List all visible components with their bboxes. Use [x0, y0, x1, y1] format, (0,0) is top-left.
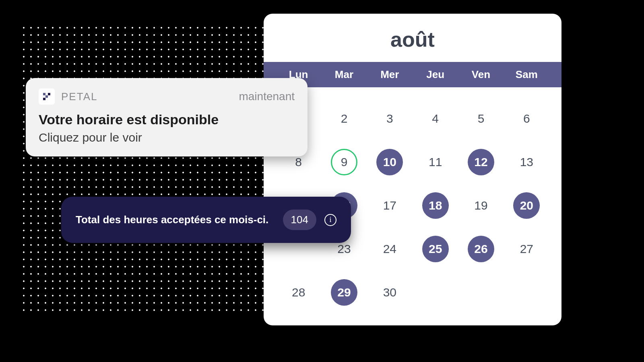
calendar-day-cell — [413, 278, 458, 307]
svg-rect-0 — [43, 93, 45, 95]
calendar-weekday: Sam — [504, 68, 549, 81]
calendar-day-selected[interactable]: 20 — [513, 192, 540, 219]
calendar-day[interactable]: 11 — [422, 149, 449, 175]
calendar-day-cell — [458, 278, 504, 307]
calendar-day[interactable]: 5 — [468, 105, 494, 132]
svg-rect-1 — [45, 95, 48, 98]
calendar-day-cell: 12 — [458, 148, 504, 177]
calendar-weekday: Mar — [321, 68, 367, 81]
calendar-day-selected[interactable]: 26 — [468, 236, 494, 262]
calendar-day[interactable]: 3 — [376, 105, 403, 132]
calendar-day-cell: 26 — [458, 234, 504, 263]
notification-timestamp: maintenant — [239, 90, 295, 103]
calendar-day-cell: 29 — [321, 278, 367, 307]
calendar-month-title: août — [264, 14, 561, 62]
notification-app-name: PETAL — [61, 90, 232, 103]
calendar-day-cell: 3 — [367, 104, 413, 133]
notification-header: PETAL maintenant — [39, 88, 295, 105]
calendar-day-cell: 9 — [321, 148, 367, 177]
calendar-card: août LunMarMerJeuVenSam 1234568910111213… — [264, 14, 561, 325]
notification-body: Cliquez pour le voir — [39, 131, 295, 144]
calendar-day-cell: 27 — [504, 234, 549, 263]
calendar-day[interactable]: 13 — [513, 149, 540, 175]
calendar-day[interactable]: 4 — [422, 105, 449, 132]
calendar-day-cell: 30 — [367, 278, 413, 307]
accepted-hours-summary: Total des heures acceptées ce mois-ci. 1… — [61, 197, 351, 243]
calendar-day-selected[interactable]: 10 — [376, 149, 403, 175]
calendar-day-cell: 18 — [413, 191, 458, 220]
calendar-day-cell — [504, 278, 549, 307]
calendar-day[interactable]: 19 — [468, 192, 494, 219]
calendar-day[interactable]: 28 — [285, 279, 312, 306]
petal-app-icon — [39, 88, 55, 105]
notification-title: Votre horaire est disponible — [39, 112, 295, 128]
calendar-day[interactable]: 27 — [513, 236, 540, 262]
calendar-weekday: Jeu — [413, 68, 458, 81]
calendar-day-today[interactable]: 9 — [331, 149, 357, 175]
calendar-day-cell: 11 — [413, 148, 458, 177]
notification-card[interactable]: PETAL maintenant Votre horaire est dispo… — [26, 78, 308, 156]
calendar-day[interactable]: 30 — [376, 279, 403, 306]
calendar-day-cell: 10 — [367, 148, 413, 177]
calendar-weekday: Ven — [458, 68, 504, 81]
svg-rect-3 — [43, 98, 45, 100]
calendar-day[interactable]: 2 — [331, 105, 357, 132]
calendar-weekday-header: LunMarMerJeuVenSam — [264, 62, 561, 87]
calendar-day-selected[interactable]: 29 — [331, 279, 357, 306]
calendar-day-cell: 6 — [504, 104, 549, 133]
calendar-day[interactable]: 24 — [376, 236, 403, 262]
calendar-day-cell: 13 — [504, 148, 549, 177]
calendar-weekday: Mer — [367, 68, 413, 81]
calendar-day-cell: 5 — [458, 104, 504, 133]
calendar-day-cell: 24 — [367, 234, 413, 263]
calendar-day-cell: 4 — [413, 104, 458, 133]
calendar-day[interactable]: 6 — [513, 105, 540, 132]
accepted-hours-label: Total des heures acceptées ce mois-ci. — [76, 214, 275, 226]
calendar-day-selected[interactable]: 12 — [468, 149, 494, 175]
calendar-day[interactable]: 17 — [376, 192, 403, 219]
calendar-day-cell: 25 — [413, 234, 458, 263]
calendar-day-cell: 2 — [321, 104, 367, 133]
background-dot-pattern — [20, 24, 278, 314]
calendar-day-selected[interactable]: 25 — [422, 236, 449, 262]
accepted-hours-value: 104 — [283, 210, 316, 230]
calendar-day-cell: 20 — [504, 191, 549, 220]
calendar-day-cell: 17 — [367, 191, 413, 220]
calendar-day-cell: 28 — [276, 278, 321, 307]
calendar-day-cell: 19 — [458, 191, 504, 220]
calendar-day-selected[interactable]: 18 — [422, 192, 449, 219]
svg-rect-2 — [48, 93, 50, 95]
info-icon[interactable]: i — [324, 214, 336, 226]
